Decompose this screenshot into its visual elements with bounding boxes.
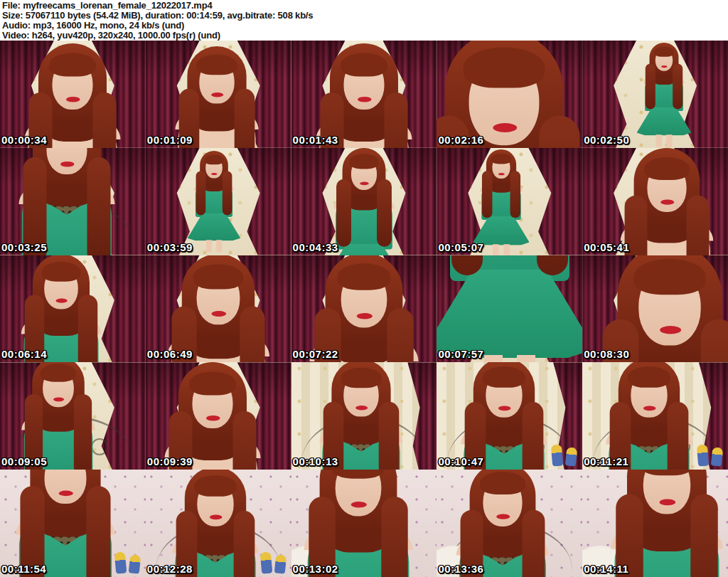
person-figure [589,148,728,255]
audio-info-line: Audio: mp3, 16000 Hz, mono, 24 kb/s (und… [2,21,726,31]
toy-dolls [695,440,726,466]
leg [503,244,510,255]
leg [517,355,535,363]
leg [216,240,222,252]
person-figure [582,470,728,577]
face [205,157,223,178]
dress-skirt [188,213,240,240]
person-figure [291,362,430,470]
face [343,58,384,110]
timestamp-label: 00:02:16 [438,134,483,146]
timestamp-label: 00:13:02 [293,563,338,575]
timestamp-label: 00:11:54 [1,563,46,575]
video-frame-thumbnail: 00:02:16 [437,41,582,148]
person-figure [148,46,287,148]
timestamp-label: 00:04:33 [293,241,338,253]
face [343,373,378,417]
face [341,269,387,327]
person-figure [437,470,579,577]
face [492,156,510,179]
toy-dolls [549,440,580,466]
dress-skirt [437,270,582,358]
person-figure [437,255,582,363]
face [469,56,539,145]
timestamp-label: 00:05:41 [584,241,629,253]
face [631,371,668,418]
video-frame-thumbnail: 00:06:14 [0,255,146,363]
video-frame-thumbnail: 00:10:47 [437,362,582,470]
doll [259,551,272,573]
video-frame-thumbnail: 00:00:34 [0,41,146,148]
leg [655,134,661,147]
leg [493,244,499,255]
video-frame-thumbnail: 00:09:05 [0,362,146,470]
person-figure [146,255,291,363]
doll [274,554,287,573]
person-figure [291,43,437,148]
video-frame-thumbnail: 00:14:11 [582,470,728,577]
curtain-right [528,148,582,255]
timestamp-label: 00:06:49 [147,348,193,360]
face [335,470,381,516]
video-frame-thumbnail: 00:04:33 [291,148,437,255]
video-frame-thumbnail: 00:13:36 [437,470,582,577]
face [44,266,78,309]
person-figure [291,470,437,577]
face [638,267,700,345]
timestamp-label: 00:07:57 [438,348,483,360]
timestamp-label: 00:05:07 [438,241,483,253]
timestamp-label: 00:03:25 [1,241,47,253]
toy-dolls [258,548,289,573]
face [197,480,233,526]
person-figure [314,148,415,255]
timestamp-label: 00:06:14 [1,348,47,360]
person-figure [146,362,291,470]
doll [128,554,141,573]
person-figure [582,255,728,363]
timestamp-label: 00:10:47 [438,455,483,467]
face [655,49,673,71]
video-frame-thumbnail: 00:06:49 [146,255,291,363]
doll [551,445,564,467]
doll [697,445,710,467]
face [193,377,233,428]
timestamp-label: 00:08:30 [584,348,629,360]
video-frame-thumbnail: 00:05:41 [582,148,728,255]
doll [114,551,127,573]
video-frame-thumbnail: 00:07:22 [291,255,437,363]
leg [484,355,503,363]
video-frame-thumbnail: 00:05:07 [437,148,582,255]
face [483,477,522,526]
person-figure [0,362,119,470]
face [647,162,686,212]
timestamp-label: 00:14:11 [584,563,628,575]
face [351,157,377,190]
video-frame-thumbnail: 00:09:39 [146,362,291,470]
timestamp-label: 00:13:36 [438,563,483,575]
person-figure [181,151,247,253]
timestamp-label: 00:00:34 [1,134,47,146]
timestamp-label: 00:10:13 [293,455,338,467]
face [53,58,93,110]
leg [666,134,672,147]
doll [565,447,578,466]
timestamp-label: 00:07:22 [293,348,338,360]
video-frame-thumbnail: 00:03:59 [146,148,291,255]
person-figure [437,41,582,148]
video-frame-thumbnail: 00:11:21 [582,362,728,470]
person-figure [0,148,146,255]
file-name-line: File: myfreecams_lorenan_female_12022017… [2,1,726,11]
video-frame-thumbnail: 00:12:28 [146,470,291,577]
face [197,270,240,324]
timestamp-label: 00:03:59 [147,241,193,253]
video-frame-thumbnail: 00:11:54 [0,470,146,577]
timestamp-label: 00:11:21 [584,455,628,467]
person-figure [630,43,698,147]
timestamp-label: 00:02:50 [584,134,629,146]
timestamp-label: 00:01:09 [147,134,193,146]
video-frame-thumbnail: 00:13:02 [291,470,437,577]
face [43,368,74,407]
dress-skirt [636,107,691,136]
file-info-header: File: myfreecams_lorenan_female_12022017… [0,0,728,41]
video-frame-thumbnail: 00:03:25 [0,148,146,255]
